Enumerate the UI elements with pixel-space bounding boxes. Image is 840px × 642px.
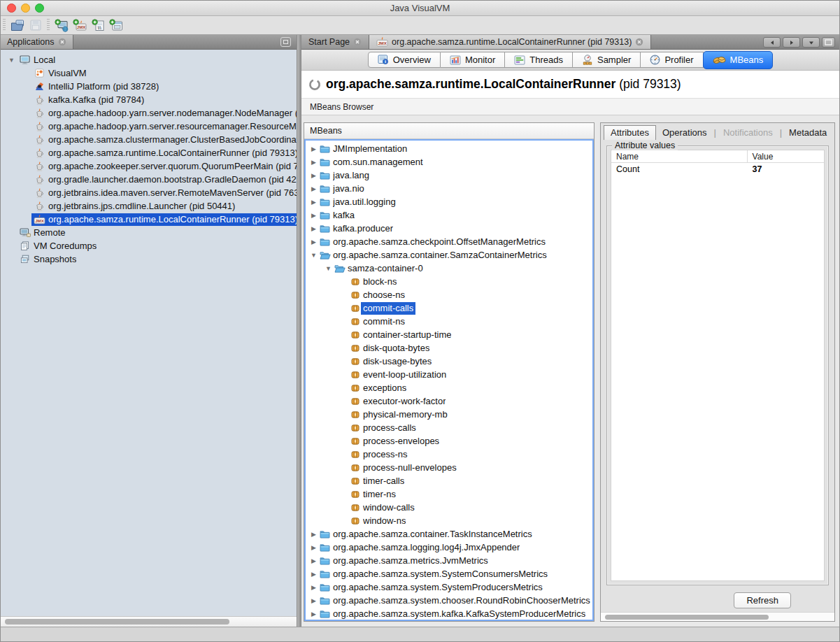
view-tab-profiler[interactable]: Profiler: [641, 52, 703, 68]
view-tab-mbeans[interactable]: MBeans: [703, 51, 774, 69]
tree-item[interactable]: ▶java.nio: [306, 182, 592, 195]
tree-item[interactable]: Snapshots: [1, 252, 297, 266]
applications-tab[interactable]: Applications: [1, 35, 73, 49]
tree-item[interactable]: process-ns: [306, 448, 592, 461]
close-window-button[interactable]: [7, 3, 16, 13]
tree-item[interactable]: timer-calls: [306, 474, 592, 487]
document-tab[interactable]: Start Page: [301, 35, 369, 49]
tree-item[interactable]: org.apache.hadoop.yarn.server.nodemanage…: [1, 106, 297, 120]
tree-item[interactable]: org.apache.samza.clustermanager.ClusterB…: [1, 133, 297, 146]
column-header-value[interactable]: Value: [748, 150, 824, 162]
tab-list-button[interactable]: [802, 37, 820, 48]
tree-item[interactable]: org.jetbrains.jps.cmdline.Launcher (pid …: [1, 199, 297, 213]
collapse-arrow-icon[interactable]: ▼: [308, 252, 319, 259]
tree-item[interactable]: disk-usage-bytes: [306, 355, 592, 368]
tree-item[interactable]: ▶java.lang: [306, 169, 592, 182]
tree-item[interactable]: ▶org.apache.samza.container.TaskInstance…: [306, 527, 592, 541]
scroll-tabs-right-button[interactable]: [783, 37, 800, 48]
expand-arrow-icon[interactable]: ▶: [308, 611, 319, 618]
add-remote-host-button[interactable]: [52, 17, 71, 34]
tree-item[interactable]: disk-quota-bytes: [306, 341, 592, 355]
expand-arrow-icon[interactable]: ▶: [308, 199, 319, 206]
tree-item[interactable]: event-loop-utilization: [306, 368, 592, 381]
tree-item[interactable]: org.apache.hadoop.yarn.server.resourcema…: [1, 120, 297, 133]
tree-item[interactable]: exceptions: [306, 381, 592, 394]
close-tab-icon[interactable]: [635, 38, 643, 46]
tree-item[interactable]: window-ns: [306, 514, 592, 527]
view-tab-threads[interactable]: Threads: [505, 52, 573, 68]
tree-item[interactable]: container-startup-time: [306, 328, 592, 341]
expand-arrow-icon[interactable]: ▶: [308, 238, 319, 245]
expand-arrow-icon[interactable]: ▶: [308, 597, 319, 604]
split-divider[interactable]: [297, 35, 301, 627]
expand-arrow-icon[interactable]: ▶: [308, 159, 319, 166]
tree-item[interactable]: org.apache.samza.runtime.LocalContainerR…: [1, 146, 297, 159]
save-snapshot-button[interactable]: [27, 17, 45, 34]
tree-item[interactable]: ▶com.sun.management: [306, 155, 592, 169]
tree-item[interactable]: VM Coredumps: [1, 239, 297, 252]
view-tab-overview[interactable]: iOverview: [368, 52, 441, 68]
column-header-name[interactable]: Name: [611, 150, 748, 162]
tree-item[interactable]: org.jetbrains.idea.maven.server.RemoteMa…: [1, 186, 297, 199]
tree-item[interactable]: process-envelopes: [306, 434, 592, 448]
attributes-hscrollbar[interactable]: [601, 612, 834, 621]
tree-item[interactable]: executor-work-factor: [306, 394, 592, 408]
tree-item[interactable]: ▶org.apache.samza.system.chooser.RoundRo…: [306, 594, 592, 607]
tree-item[interactable]: timer-ns: [306, 487, 592, 501]
tree-item[interactable]: physical-memory-mb: [306, 408, 592, 421]
float-panel-button[interactable]: [280, 37, 291, 47]
tree-item[interactable]: ▶kafka: [306, 208, 592, 222]
tab-operations[interactable]: Operations: [656, 126, 713, 140]
refresh-button[interactable]: Refresh: [734, 592, 791, 608]
close-tab-icon[interactable]: [353, 38, 362, 46]
tree-item[interactable]: ▶java.util.logging: [306, 195, 592, 208]
tree-item[interactable]: ▶org.apache.samza.system.SystemProducers…: [306, 580, 592, 594]
tree-item[interactable]: IntelliJ Platform (pid 38728): [1, 80, 297, 93]
tree-item[interactable]: Remote: [1, 226, 297, 239]
zoom-window-button[interactable]: [35, 3, 44, 13]
expand-arrow-icon[interactable]: ▶: [308, 172, 319, 179]
expand-arrow-icon[interactable]: ▶: [308, 185, 319, 192]
collapse-arrow-icon[interactable]: ▼: [323, 265, 334, 272]
add-jmx-connection-button[interactable]: JMX: [71, 17, 89, 34]
tree-item[interactable]: ▼samza-container-0: [306, 262, 592, 275]
tree-item[interactable]: process-calls: [306, 421, 592, 434]
expand-arrow-icon[interactable]: ▶: [308, 571, 319, 578]
expand-arrow-icon[interactable]: ▶: [308, 531, 319, 538]
tree-item[interactable]: process-null-envelopes: [306, 461, 592, 474]
tree-item[interactable]: commit-calls: [306, 301, 592, 315]
tree-item[interactable]: window-calls: [306, 501, 592, 514]
expand-arrow-icon[interactable]: ▶: [308, 557, 319, 564]
expand-arrow-icon[interactable]: ▶: [308, 544, 319, 551]
view-tab-monitor[interactable]: Monitor: [441, 52, 505, 68]
tree-item[interactable]: ▶org.apache.samza.metrics.JvmMetrics: [306, 554, 592, 567]
tab-metadata[interactable]: Metadata: [783, 126, 833, 140]
tab-notifications[interactable]: Notifications: [717, 126, 779, 140]
table-row[interactable]: Count37: [611, 163, 824, 176]
tree-item[interactable]: VisualVM: [1, 66, 297, 80]
scroll-tabs-left-button[interactable]: [763, 37, 781, 48]
tree-item[interactable]: ▶kafka.producer: [306, 222, 592, 235]
scrollbar-thumb[interactable]: [5, 619, 229, 625]
tree-item[interactable]: ▶org.apache.samza.logging.log4j.JmxAppen…: [306, 541, 592, 554]
tree-item[interactable]: ▼org.apache.samza.container.SamzaContain…: [306, 248, 592, 262]
tab-attributes[interactable]: Attributes: [604, 125, 656, 140]
tree-item[interactable]: org.apache.zookeeper.server.quorum.Quoru…: [1, 159, 297, 173]
tree-item[interactable]: JMXorg.apache.samza.runtime.LocalContain…: [1, 213, 297, 226]
tree-item[interactable]: org.gradle.launcher.daemon.bootstrap.Gra…: [1, 173, 297, 186]
expand-arrow-icon[interactable]: ▶: [308, 145, 319, 152]
tree-item[interactable]: choose-ns: [306, 288, 592, 301]
tree-item[interactable]: block-ns: [306, 275, 592, 288]
add-application-snapshot-button[interactable]: 01: [89, 17, 107, 34]
applications-hscrollbar[interactable]: [1, 616, 297, 627]
close-tab-icon[interactable]: [58, 38, 66, 46]
tree-item[interactable]: ▼Local: [1, 53, 297, 66]
load-snapshot-button[interactable]: [8, 17, 27, 34]
tree-item[interactable]: ▶org.apache.samza.system.kafka.KafkaSyst…: [306, 607, 592, 620]
expand-arrow-icon[interactable]: ▶: [308, 225, 319, 232]
tree-item[interactable]: commit-ns: [306, 315, 592, 328]
add-vm-coredump-button[interactable]: [107, 17, 125, 34]
minimize-window-button[interactable]: [21, 3, 30, 13]
expand-arrow-icon[interactable]: ▶: [308, 212, 319, 219]
tree-item[interactable]: ▶org.apache.samza.system.SystemConsumers…: [306, 567, 592, 580]
